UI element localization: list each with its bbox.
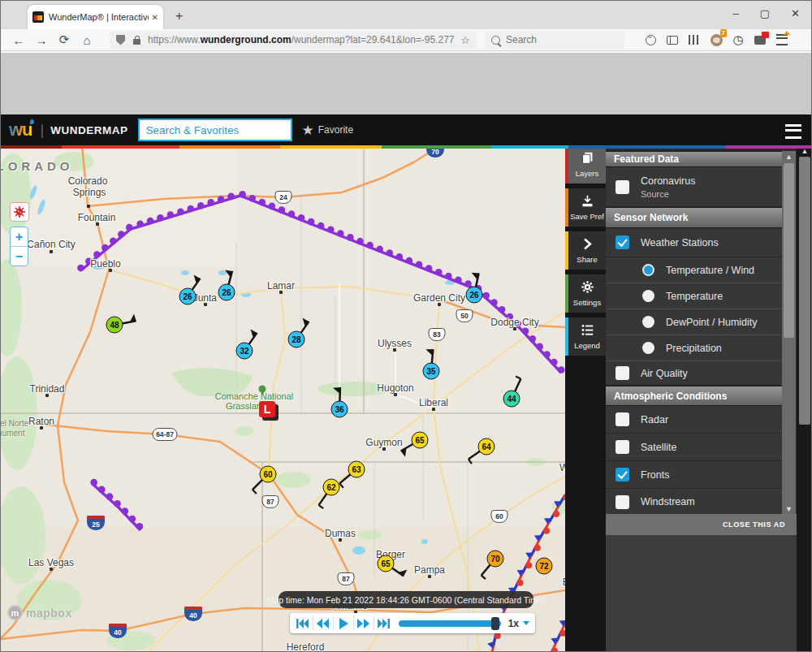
panel-row-satellite[interactable]: Satellite: [606, 434, 782, 461]
panel-row-weather-stations[interactable]: Weather Stations: [606, 228, 782, 257]
panel-row-air-quality[interactable]: Air Quality: [606, 361, 782, 386]
interstate-shield: 25: [87, 516, 105, 530]
mapbox-attribution[interactable]: m mapbox: [7, 605, 72, 620]
station-marker[interactable]: 26: [179, 288, 197, 305]
us-route-shield: 87: [262, 495, 279, 508]
coronavirus-layer-button[interactable]: [10, 202, 29, 222]
checkbox-unchecked[interactable]: [615, 412, 629, 426]
radio-selected[interactable]: [642, 264, 654, 276]
toolbar-search-box[interactable]: Search: [485, 31, 624, 49]
wu-logo[interactable]: wu: [9, 119, 32, 140]
lock-icon[interactable]: [133, 39, 140, 45]
city-label: Pampa: [414, 564, 445, 576]
ad-placeholder: [606, 535, 797, 652]
window-maximize-button[interactable]: ▢: [760, 7, 770, 19]
city-dot: [393, 348, 396, 352]
station-marker[interactable]: 63: [348, 461, 365, 478]
station-marker[interactable]: 62: [323, 479, 340, 496]
panel-row-precipitation[interactable]: Precipitation: [606, 335, 782, 361]
skip-start-button[interactable]: [293, 615, 311, 631]
zoom-out-button[interactable]: −: [11, 247, 28, 266]
home-button[interactable]: ⌂: [76, 33, 98, 47]
close-ad-button[interactable]: CLOSE THIS AD: [606, 514, 797, 535]
zoom-in-button[interactable]: +: [11, 227, 28, 247]
extensions-grille-icon[interactable]: [688, 33, 701, 46]
radio-unselected[interactable]: [642, 342, 654, 354]
url-bar[interactable]: https://www.wunderground.com/wundermap?l…: [110, 31, 477, 49]
fast-forward-button[interactable]: [353, 615, 372, 631]
screenshot-extension-icon[interactable]: [754, 33, 767, 46]
station-marker[interactable]: 36: [331, 401, 348, 418]
station-marker[interactable]: 26: [218, 284, 235, 301]
scroll-down-icon[interactable]: ▼: [782, 505, 796, 513]
station-marker[interactable]: 32: [236, 343, 253, 360]
wu-menu-icon[interactable]: [785, 124, 801, 139]
sidebar-button-save-pref[interactable]: Save Pref: [565, 188, 606, 227]
map-search-input[interactable]: [138, 119, 292, 141]
panel-row-coronavirus[interactable]: CoronavirusSource: [606, 167, 782, 207]
skip-end-button[interactable]: [374, 615, 392, 631]
station-marker[interactable]: 35: [423, 363, 440, 380]
panel-row-dewpoint-humidity[interactable]: DewPoint / Humidity: [606, 309, 782, 335]
forward-button[interactable]: →: [30, 33, 53, 47]
slider-handle[interactable]: [491, 617, 499, 630]
weather-map[interactable]: ColoradoSpringsFountainCañon CityPuebloT…: [1, 145, 565, 652]
scroll-up-icon[interactable]: ▲: [782, 153, 796, 161]
low-pressure-marker[interactable]: L: [259, 401, 275, 417]
bookmark-star-icon[interactable]: ☆: [460, 34, 470, 46]
panel-row-radar[interactable]: Radar: [606, 406, 782, 434]
rewind-button[interactable]: [313, 615, 331, 631]
checkbox-unchecked[interactable]: [615, 180, 629, 194]
pocket-icon[interactable]: [644, 33, 657, 46]
browser-tab[interactable]: WunderMap® | Interactive Wea ✕: [28, 5, 163, 29]
sidebar-button-settings[interactable]: Settings: [565, 274, 606, 313]
favorite-button[interactable]: ★ Favorite: [302, 122, 354, 139]
tracking-shield-icon[interactable]: [116, 35, 125, 45]
station-marker[interactable]: 60: [260, 466, 277, 483]
city-label: Liberal: [419, 397, 448, 408]
panel-row-temperature-wind[interactable]: Temperature / Wind: [606, 257, 782, 283]
panel-scroll-thumb[interactable]: [784, 163, 794, 338]
station-marker[interactable]: 64: [478, 438, 495, 456]
station-marker[interactable]: 28: [288, 331, 305, 348]
station-marker[interactable]: 72: [536, 558, 553, 575]
panel-row-fronts[interactable]: Fronts: [606, 461, 782, 489]
checkbox-unchecked[interactable]: [615, 440, 629, 454]
station-marker[interactable]: 65: [378, 555, 395, 572]
window-close-button[interactable]: ✕: [791, 7, 800, 19]
checkbox-checked[interactable]: [615, 468, 629, 481]
time-slider[interactable]: [399, 620, 501, 627]
panel-row-windstream[interactable]: Windstream: [606, 489, 782, 516]
panel-scrollbar[interactable]: ▲ ▼: [782, 151, 796, 515]
reload-button[interactable]: ⟳: [53, 32, 76, 47]
search-icon: [491, 36, 500, 45]
station-marker[interactable]: 65: [412, 432, 429, 449]
speed-selector[interactable]: 1x: [506, 618, 532, 629]
checkbox-checked[interactable]: [615, 235, 629, 249]
panel-row-temperature[interactable]: Temperature: [606, 283, 782, 309]
radio-unselected[interactable]: [642, 290, 654, 302]
sidebar-button-layers[interactable]: Layers: [565, 145, 606, 184]
play-button[interactable]: [333, 615, 352, 631]
legend-icon: [581, 323, 594, 341]
station-marker[interactable]: 70: [487, 551, 504, 568]
checkbox-unchecked[interactable]: [615, 495, 629, 509]
sidebar-button-share[interactable]: Share: [565, 231, 606, 270]
new-tab-button[interactable]: +: [175, 9, 183, 24]
window-minimize-button[interactable]: –: [733, 7, 739, 19]
page-scrollbar[interactable]: ▲: [797, 145, 812, 652]
city-dot: [40, 426, 43, 430]
tab-close-icon[interactable]: ✕: [152, 13, 158, 22]
checkbox-unchecked[interactable]: [615, 366, 629, 380]
station-marker[interactable]: 48: [106, 317, 123, 334]
monkey-extension-icon[interactable]: 7: [710, 33, 723, 46]
menu-icon[interactable]: [775, 33, 788, 46]
history-icon[interactable]: ◷: [732, 33, 745, 46]
back-button[interactable]: ←: [7, 33, 30, 47]
sidebar-icon[interactable]: [666, 33, 679, 46]
radio-unselected[interactable]: [642, 316, 654, 328]
station-marker[interactable]: 26: [466, 287, 483, 304]
page-scroll-thumb[interactable]: [799, 157, 810, 425]
sidebar-button-legend[interactable]: Legend: [565, 317, 606, 356]
station-marker[interactable]: 44: [503, 391, 520, 408]
